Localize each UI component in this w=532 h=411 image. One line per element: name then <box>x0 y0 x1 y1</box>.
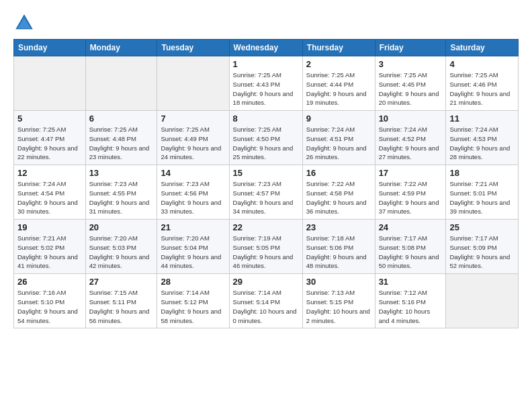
day-number: 31 <box>379 277 443 287</box>
day-cell <box>85 56 157 111</box>
weekday-monday: Monday <box>85 40 157 56</box>
day-cell: 24Sunrise: 7:17 AMSunset: 5:08 PMDayligh… <box>375 220 446 274</box>
day-info: Sunrise: 7:15 AMSunset: 5:11 PMDaylight:… <box>89 288 154 325</box>
day-info: Sunrise: 7:25 AMSunset: 4:47 PMDaylight:… <box>17 125 82 162</box>
day-number: 17 <box>379 168 443 178</box>
day-info: Sunrise: 7:19 AMSunset: 5:05 PMDaylight:… <box>233 234 299 271</box>
day-number: 2 <box>306 59 371 69</box>
week-row-2: 5Sunrise: 7:25 AMSunset: 4:47 PMDaylight… <box>14 111 519 165</box>
day-number: 5 <box>17 113 82 124</box>
day-cell <box>446 274 519 328</box>
day-number: 14 <box>161 168 225 178</box>
day-cell: 15Sunrise: 7:23 AMSunset: 4:57 PMDayligh… <box>229 165 302 220</box>
weekday-friday: Friday <box>375 40 446 56</box>
day-number: 20 <box>89 222 154 232</box>
day-number: 26 <box>17 277 82 287</box>
day-cell: 11Sunrise: 7:24 AMSunset: 4:53 PMDayligh… <box>446 111 519 165</box>
day-info: Sunrise: 7:24 AMSunset: 4:54 PMDaylight:… <box>17 179 82 216</box>
day-cell: 9Sunrise: 7:24 AMSunset: 4:51 PMDaylight… <box>302 111 375 165</box>
day-number: 6 <box>89 113 154 124</box>
day-cell: 6Sunrise: 7:25 AMSunset: 4:48 PMDaylight… <box>85 111 157 165</box>
day-number: 28 <box>161 277 225 287</box>
day-number: 25 <box>449 222 515 232</box>
day-number: 7 <box>161 113 225 124</box>
day-number: 27 <box>89 277 154 287</box>
day-number: 29 <box>233 277 299 287</box>
day-info: Sunrise: 7:21 AMSunset: 5:01 PMDaylight:… <box>449 179 515 216</box>
day-number: 9 <box>306 113 371 124</box>
day-number: 12 <box>17 168 82 178</box>
day-cell: 7Sunrise: 7:25 AMSunset: 4:49 PMDaylight… <box>157 111 229 165</box>
day-info: Sunrise: 7:25 AMSunset: 4:48 PMDaylight:… <box>89 125 154 162</box>
week-row-3: 12Sunrise: 7:24 AMSunset: 4:54 PMDayligh… <box>14 165 519 220</box>
day-cell <box>157 56 229 111</box>
day-info: Sunrise: 7:18 AMSunset: 5:06 PMDaylight:… <box>306 234 371 271</box>
day-info: Sunrise: 7:25 AMSunset: 4:45 PMDaylight:… <box>379 71 443 107</box>
day-number: 13 <box>89 168 154 178</box>
calendar: SundayMondayTuesdayWednesdayThursdayFrid… <box>13 39 519 328</box>
day-number: 10 <box>379 113 443 124</box>
day-cell: 12Sunrise: 7:24 AMSunset: 4:54 PMDayligh… <box>14 165 86 220</box>
weekday-wednesday: Wednesday <box>229 40 302 56</box>
weekday-saturday: Saturday <box>446 40 519 56</box>
day-info: Sunrise: 7:24 AMSunset: 4:53 PMDaylight:… <box>449 125 515 162</box>
weekday-header-row: SundayMondayTuesdayWednesdayThursdayFrid… <box>14 40 519 56</box>
weekday-tuesday: Tuesday <box>157 40 229 56</box>
day-cell: 27Sunrise: 7:15 AMSunset: 5:11 PMDayligh… <box>85 274 157 328</box>
day-cell: 14Sunrise: 7:23 AMSunset: 4:56 PMDayligh… <box>157 165 229 220</box>
day-info: Sunrise: 7:25 AMSunset: 4:46 PMDaylight:… <box>449 71 515 107</box>
day-info: Sunrise: 7:22 AMSunset: 4:59 PMDaylight:… <box>379 179 443 216</box>
day-info: Sunrise: 7:17 AMSunset: 5:08 PMDaylight:… <box>379 234 443 271</box>
day-info: Sunrise: 7:24 AMSunset: 4:52 PMDaylight:… <box>379 125 443 162</box>
day-number: 4 <box>449 59 515 69</box>
day-info: Sunrise: 7:16 AMSunset: 5:10 PMDaylight:… <box>17 288 82 325</box>
day-info: Sunrise: 7:25 AMSunset: 4:43 PMDaylight:… <box>233 71 299 107</box>
day-number: 1 <box>233 59 299 69</box>
day-cell: 26Sunrise: 7:16 AMSunset: 5:10 PMDayligh… <box>14 274 86 328</box>
day-cell: 3Sunrise: 7:25 AMSunset: 4:45 PMDaylight… <box>375 56 446 111</box>
day-info: Sunrise: 7:23 AMSunset: 4:56 PMDaylight:… <box>161 179 225 216</box>
day-cell: 29Sunrise: 7:14 AMSunset: 5:14 PMDayligh… <box>229 274 302 328</box>
week-row-4: 19Sunrise: 7:21 AMSunset: 5:02 PMDayligh… <box>14 220 519 274</box>
day-cell: 22Sunrise: 7:19 AMSunset: 5:05 PMDayligh… <box>229 220 302 274</box>
day-cell: 4Sunrise: 7:25 AMSunset: 4:46 PMDaylight… <box>446 56 519 111</box>
day-cell: 17Sunrise: 7:22 AMSunset: 4:59 PMDayligh… <box>375 165 446 220</box>
day-cell: 28Sunrise: 7:14 AMSunset: 5:12 PMDayligh… <box>157 274 229 328</box>
day-cell: 13Sunrise: 7:23 AMSunset: 4:55 PMDayligh… <box>85 165 157 220</box>
day-info: Sunrise: 7:21 AMSunset: 5:02 PMDaylight:… <box>17 234 82 271</box>
day-cell: 19Sunrise: 7:21 AMSunset: 5:02 PMDayligh… <box>14 220 86 274</box>
day-cell: 8Sunrise: 7:25 AMSunset: 4:50 PMDaylight… <box>229 111 302 165</box>
day-info: Sunrise: 7:12 AMSunset: 5:16 PMDaylight:… <box>379 288 443 325</box>
week-row-5: 26Sunrise: 7:16 AMSunset: 5:10 PMDayligh… <box>14 274 519 328</box>
day-number: 3 <box>379 59 443 69</box>
day-cell: 23Sunrise: 7:18 AMSunset: 5:06 PMDayligh… <box>302 220 375 274</box>
day-cell <box>14 56 86 111</box>
day-info: Sunrise: 7:23 AMSunset: 4:55 PMDaylight:… <box>89 179 154 216</box>
day-cell: 21Sunrise: 7:20 AMSunset: 5:04 PMDayligh… <box>157 220 229 274</box>
page: SundayMondayTuesdayWednesdayThursdayFrid… <box>0 0 532 340</box>
day-info: Sunrise: 7:25 AMSunset: 4:49 PMDaylight:… <box>161 125 225 162</box>
day-number: 21 <box>161 222 225 232</box>
day-number: 19 <box>17 222 82 232</box>
day-info: Sunrise: 7:25 AMSunset: 4:44 PMDaylight:… <box>306 71 371 107</box>
day-number: 18 <box>449 168 515 178</box>
day-cell: 31Sunrise: 7:12 AMSunset: 5:16 PMDayligh… <box>375 274 446 328</box>
day-number: 16 <box>306 168 371 178</box>
day-cell: 5Sunrise: 7:25 AMSunset: 4:47 PMDaylight… <box>14 111 86 165</box>
day-number: 24 <box>379 222 443 232</box>
day-info: Sunrise: 7:25 AMSunset: 4:50 PMDaylight:… <box>233 125 299 162</box>
day-info: Sunrise: 7:14 AMSunset: 5:12 PMDaylight:… <box>161 288 225 325</box>
day-info: Sunrise: 7:22 AMSunset: 4:58 PMDaylight:… <box>306 179 371 216</box>
day-cell: 25Sunrise: 7:17 AMSunset: 5:09 PMDayligh… <box>446 220 519 274</box>
logo <box>13 12 38 34</box>
day-cell: 18Sunrise: 7:21 AMSunset: 5:01 PMDayligh… <box>446 165 519 220</box>
day-info: Sunrise: 7:24 AMSunset: 4:51 PMDaylight:… <box>306 125 371 162</box>
day-cell: 2Sunrise: 7:25 AMSunset: 4:44 PMDaylight… <box>302 56 375 111</box>
day-cell: 16Sunrise: 7:22 AMSunset: 4:58 PMDayligh… <box>302 165 375 220</box>
calendar-body: 1Sunrise: 7:25 AMSunset: 4:43 PMDaylight… <box>14 56 519 328</box>
logo-icon <box>13 12 35 34</box>
day-number: 23 <box>306 222 371 232</box>
day-info: Sunrise: 7:17 AMSunset: 5:09 PMDaylight:… <box>449 234 515 271</box>
day-number: 22 <box>233 222 299 232</box>
day-cell: 20Sunrise: 7:20 AMSunset: 5:03 PMDayligh… <box>85 220 157 274</box>
